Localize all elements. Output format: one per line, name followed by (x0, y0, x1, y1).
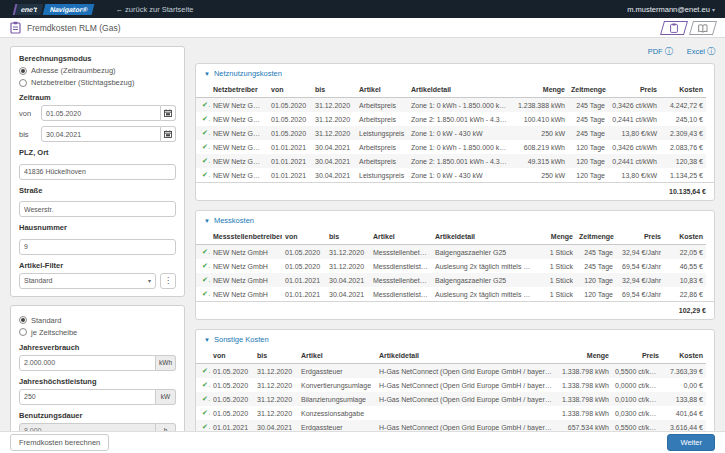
check-icon: ✔ (196, 168, 210, 182)
netznutzungskosten-total: 10.135,64 € (196, 182, 714, 200)
hausnummer-input[interactable] (19, 239, 176, 255)
table-cell: NEW Netz GmbH (210, 168, 268, 182)
table-row: ✔NEW Netz GmbH01.05.202031.12.2020Arbeit… (196, 112, 706, 126)
table-cell: 01.05.2020 (210, 378, 254, 392)
excel-export-link[interactable]: Excel ⓘ (687, 46, 715, 57)
radio-adresse[interactable]: Adresse (Zeitraumbezug) (19, 66, 176, 75)
table-cell: 01.01.2021 (210, 420, 254, 431)
radio-adresse-label: Adresse (Zeitraumbezug) (31, 66, 116, 75)
table-cell: 120 Tage (568, 140, 608, 154)
report-button[interactable] (660, 21, 688, 35)
table-row: ✔NEW Netz GmbH01.05.202031.12.2020Messdi… (196, 259, 706, 273)
jahresverbrauch-label: Jahresverbrauch (19, 343, 176, 352)
table-cell: NEW Netz GmbH (210, 273, 282, 287)
radio-standard[interactable]: Standard (19, 316, 176, 325)
logo-navigator-part: Navigator® (43, 4, 95, 15)
check-column-header (196, 348, 210, 364)
berechnungsmodus-label: Berechnungsmodus (19, 54, 176, 63)
user-menu[interactable]: m.mustermann@enet.eu ▾ (627, 5, 715, 14)
table-cell: 1.238.388 kWh (512, 98, 568, 113)
table-cell: Messstellenbetrieb (370, 245, 432, 260)
radio-je-zeitscheibe[interactable]: je Zeitscheibe (19, 328, 176, 337)
von-label: von (19, 109, 41, 118)
table-cell: 0,5500 ct/kWh (612, 364, 662, 379)
radio-netzbetreiber[interactable]: Netzbetreiber (Stichtagsbezug) (19, 78, 176, 87)
radio-icon (19, 328, 27, 336)
calendar-icon[interactable] (161, 126, 176, 142)
filter-options-button[interactable]: ⋮ (160, 273, 176, 289)
bis-date-input[interactable] (41, 126, 161, 142)
content-area: Berechnungsmodus Adresse (Zeitraumbezug)… (0, 38, 725, 431)
table-cell: Messstellenbetrieb (370, 273, 432, 287)
table-cell: 01.05.2020 (268, 126, 312, 140)
column-header: Preis (616, 229, 664, 245)
table-cell: 1 Stück (536, 259, 576, 273)
table-cell: 01.05.2020 (268, 98, 312, 113)
artikel-filter-select[interactable]: Standard ▾ (19, 273, 156, 289)
table-cell: 133,88 € (662, 392, 706, 406)
table-cell: 0,0300 ct/kWh (612, 406, 662, 420)
export-links: PDF ⓘ Excel ⓘ (195, 46, 715, 57)
strasse-label: Straße (19, 186, 176, 195)
table-cell: NEW Netz GmbH (210, 112, 268, 126)
radio-icon (19, 79, 27, 87)
column-header: Menge (556, 348, 612, 364)
table-cell: 120 Tage (568, 154, 608, 168)
column-header: Artikel (298, 348, 376, 364)
info-icon[interactable]: ⓘ (665, 46, 673, 57)
fremdkosten-berechnen-button[interactable]: Fremdkosten berechnen (10, 434, 109, 451)
table-cell: NEW Netz GmbH (210, 126, 268, 140)
check-icon: ✔ (196, 126, 210, 140)
table-cell: 2.083,76 € (660, 140, 706, 154)
section-netznutzungskosten-header[interactable]: ▼ Netznutzungskosten (196, 64, 714, 82)
weiter-button[interactable]: Weiter (667, 434, 715, 451)
table-cell: 31.12.2020 (254, 406, 298, 420)
check-icon: ✔ (196, 378, 210, 392)
table-cell: 30.04.2021 (254, 420, 298, 431)
table-row: ✔01.05.202031.12.2020ErdgassteuerH-Gas N… (196, 364, 706, 379)
table-cell: H-Gas NetConnect (Open Grid Europe GmbH … (376, 378, 556, 392)
column-header: Menge (536, 229, 576, 245)
von-date-input[interactable] (41, 105, 161, 121)
benutzungsdauer-unit: h (156, 423, 176, 432)
column-header: Zeitmenge (576, 229, 616, 245)
section-messkosten: ▼ Messkosten MessstellenbetreibervonbisA… (195, 210, 715, 320)
table-cell: 31.12.2020 (312, 112, 356, 126)
jahreshoechstleistung-input[interactable] (19, 389, 156, 405)
jahresverbrauch-input[interactable] (19, 355, 156, 371)
table-cell: 245 Tage (576, 245, 616, 260)
table-cell: 22,86 € (664, 287, 706, 301)
table-cell: Messdienstleistung (370, 287, 432, 301)
calendar-icon[interactable] (161, 105, 176, 121)
table-cell: Arbeitspreis (356, 98, 408, 113)
table-cell: 0,0100 ct/kWh (612, 392, 662, 406)
table-header-row: NetzbetreibervonbisArtikelArtikeldetailM… (196, 82, 706, 98)
check-icon: ✔ (196, 364, 210, 379)
plz-ort-input[interactable] (19, 164, 176, 180)
table-cell: 69,54 €/Jahr (616, 259, 664, 273)
table-cell: Konvertierungsumlage (298, 378, 376, 392)
table-cell: 01.05.2020 (210, 364, 254, 379)
column-header: von (210, 348, 254, 364)
section-sonstige-kosten-header[interactable]: ▼ Sonstige Kosten (196, 330, 714, 348)
handbook-button[interactable] (689, 21, 717, 35)
chevron-down-icon: ▾ (712, 7, 715, 13)
column-header: Preis (612, 348, 662, 364)
table-cell: 7.363,39 € (662, 364, 706, 379)
back-to-start-link[interactable]: ← zurück zur Startseite (116, 5, 194, 14)
top-navigation-bar: ene't Navigator® ← zurück zur Startseite… (0, 0, 725, 18)
chevron-down-icon: ▾ (148, 277, 151, 284)
table-cell: Auslesung 2x täglich mittels Fernauslesu… (432, 259, 536, 273)
strasse-input[interactable] (19, 201, 176, 217)
table-cell: 01.05.2020 (282, 245, 326, 260)
info-icon[interactable]: ⓘ (707, 46, 715, 57)
table-cell: Messdienstleistung (370, 259, 432, 273)
kebab-icon: ⋮ (164, 276, 172, 285)
pdf-export-link[interactable]: PDF ⓘ (648, 46, 673, 57)
column-header: Netzbetreiber (210, 82, 268, 98)
table-header-row: vonbisArtikelArtikeldetailMengePreisKost… (196, 348, 706, 364)
table-cell: 4.242,72 € (660, 98, 706, 113)
table-cell: 1.338.798 kWh (556, 378, 612, 392)
table-cell: 31.12.2020 (326, 259, 370, 273)
section-messkosten-header[interactable]: ▼ Messkosten (196, 211, 714, 229)
